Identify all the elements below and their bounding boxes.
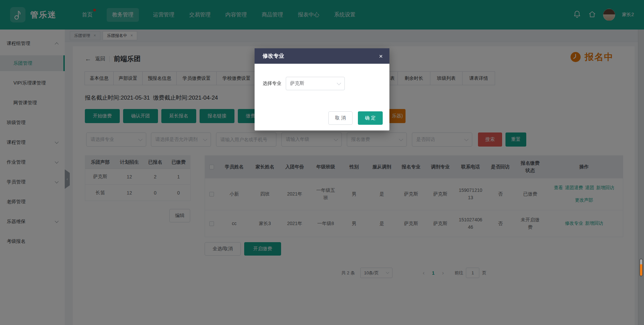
cancel-button[interactable]: 取 消 [328, 111, 353, 125]
field-label: 选择专业 [263, 80, 281, 87]
chevron-down-icon [337, 81, 341, 85]
dialog-footer: 取 消 确 定 [328, 111, 383, 125]
major-select[interactable]: 萨克斯 [286, 77, 345, 90]
scrollbar-thumb[interactable] [639, 259, 643, 276]
dialog-title: 修改专业 [263, 53, 284, 60]
confirm-button[interactable]: 确 定 [358, 111, 383, 125]
dialog-field: 选择专业 萨克斯 [263, 77, 345, 90]
scrollbar-thumb-indicator [640, 264, 642, 276]
modify-major-dialog: 修改专业 × 选择专业 萨克斯 取 消 确 定 [255, 48, 389, 130]
dialog-header: 修改专业 × [255, 48, 389, 64]
close-icon[interactable]: × [379, 53, 383, 59]
